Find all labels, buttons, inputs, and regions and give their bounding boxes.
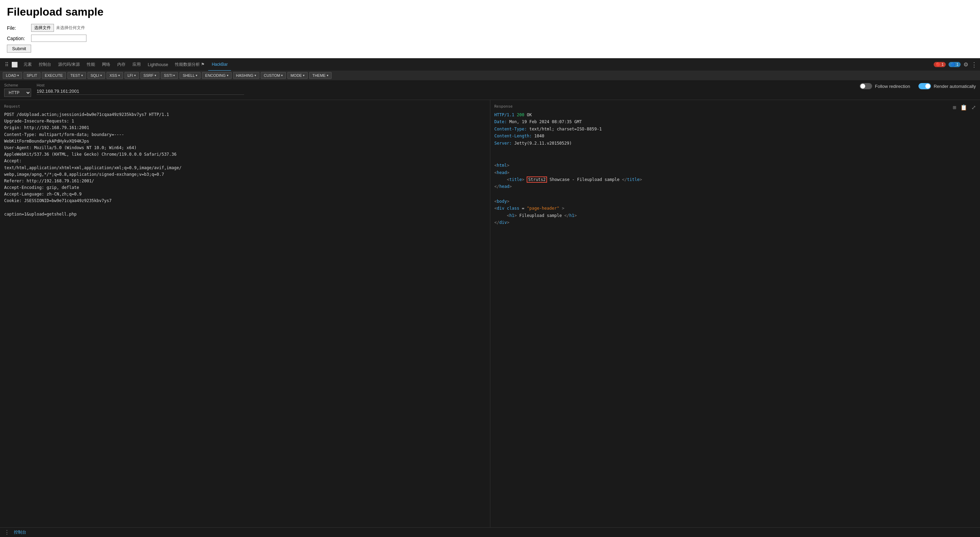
devtools-tabs: ⠿ ⬜ 元素 控制台 源代码/来源 性能 网络 内存 应用 Lighthouse… [0,58,980,70]
info-badge: 🔵 1 [948,62,961,67]
sqli-button[interactable]: SQLI ▾ [88,72,105,79]
page-content: Fileupload sample File: 选择文件 未选择任何文件 Cap… [0,0,980,58]
test-button[interactable]: TEST ▾ [67,72,86,79]
host-value: 192.168.79.161:2001 [37,89,244,95]
hashing-dropdown-arrow: ▾ [255,74,256,77]
shell-dropdown-arrow: ▾ [196,74,197,77]
copy-icon[interactable]: 📋 [960,104,967,111]
custom-button[interactable]: CUSTOM ▾ [261,72,286,79]
response-icons: ⊞ 📋 ⤢ [953,104,976,111]
scheme-select[interactable]: HTTP HTTPS [4,89,31,97]
file-placeholder: 未选择任何文件 [56,25,85,31]
inspect-icon[interactable]: ⠿ [5,62,9,68]
tab-memory[interactable]: 内存 [114,59,129,71]
resp-empty-2 [495,154,976,162]
resp-html-tag: <html> [495,162,976,169]
split-button[interactable]: SPLIT [24,72,40,79]
tab-sources[interactable]: 源代码/来源 [55,59,83,71]
theme-dropdown-arrow: ▾ [327,74,329,77]
file-row: File: 选择文件 未选择任何文件 [7,24,973,32]
shell-button[interactable]: SHELL ▾ [180,72,200,79]
mode-button[interactable]: MODE ▾ [287,72,308,79]
console-link[interactable]: 控制台 [14,529,26,535]
resp-div-close-tag: </div> [495,219,976,226]
theme-button[interactable]: THEME ▾ [309,72,332,79]
expand-icon[interactable]: ⤢ [971,104,976,111]
settings-icon[interactable]: ⚙ [963,61,968,68]
ssti-dropdown-arrow: ▾ [173,74,175,77]
hackbar-body: Scheme HTTP HTTPS Host 192.168.79.161:20… [0,80,980,527]
resp-body-tag: <body> [495,198,976,205]
render-automatically-toggle[interactable]: Render automatically [918,83,976,89]
submit-row: Submit [7,45,973,53]
resp-div-tag: <div class = "page-header" > [495,205,976,212]
resp-head-tag: <head> [495,169,976,176]
xss-dropdown-arrow: ▾ [118,74,120,77]
caption-row: Caption: [7,35,973,42]
request-label: Request [4,104,486,108]
host-group: Host 192.168.79.161:2001 [37,83,244,95]
ssti-button[interactable]: SSTI ▾ [161,72,178,79]
caption-input[interactable] [31,35,86,42]
response-content: HTTP/1.1 200 OK Date: Mon, 19 Feb 2024 0… [495,112,976,226]
tab-hackbar[interactable]: HackBar [208,59,231,71]
resp-server-line: Server: Jetty(9.2.11.v20150529) [495,140,976,147]
load-button[interactable]: LOAD ▾ [3,72,22,79]
tab-network[interactable]: 网络 [99,59,114,71]
caption-label: Caption: [7,36,31,41]
status-bar: ⋮ 控制台 [0,527,980,537]
options-row: Follow redirection Render automatically [860,83,976,89]
device-icon[interactable]: ⬜ [11,62,18,68]
tab-perf-insights[interactable]: 性能数据分析 ⚑ [172,59,208,71]
encoding-dropdown-arrow: ▾ [227,74,229,77]
ssrf-button[interactable]: SSRF ▾ [140,72,159,79]
load-dropdown-arrow: ▾ [17,74,19,77]
resp-http: HTTP/1.1 [495,112,515,117]
render-automatically-switch[interactable] [918,83,931,89]
encoding-button[interactable]: ENCODING ▾ [202,72,231,79]
test-dropdown-arrow: ▾ [81,74,83,77]
request-panel: Request POST /doUpload.action;jsessionid… [0,100,490,527]
resp-ok: OK [527,112,531,117]
resp-empty-1 [495,147,976,154]
sqli-dropdown-arrow: ▾ [100,74,102,77]
hashing-button[interactable]: HASHING ▾ [233,72,259,79]
response-panel: Response ⊞ 📋 ⤢ HTTP/1.1 200 OK Date: Mon… [490,100,980,527]
tab-performance[interactable]: 性能 [83,59,99,71]
tab-console[interactable]: 控制台 [35,59,55,71]
resp-title-line: <title> Struts2 Showcase - Fileupload sa… [495,176,976,183]
resp-highlight-struts2: Struts2 [527,177,547,183]
grid-icon[interactable]: ⊞ [953,104,956,111]
choose-file-button[interactable]: 选择文件 [31,24,54,32]
resp-date-line: Date: Mon, 19 Feb 2024 08:07:35 GMT [495,118,976,125]
resp-content-type-line: Content-Type: text/html; charset=ISO-885… [495,126,976,132]
tab-lighthouse[interactable]: Lighthouse [144,59,172,71]
hackbar-toolbar: LOAD ▾ SPLIT EXECUTE TEST ▾ SQLI ▾ XSS ▾… [0,70,980,80]
resp-h1-tag: <h1> Fileupload sample </h1> [495,212,976,219]
request-text: POST /doUpload.action;jsessionid=bw9e71c… [4,112,486,218]
more-icon[interactable]: ⋮ [971,61,977,69]
tab-application[interactable]: 应用 [129,59,144,71]
file-label: File: [7,25,31,31]
follow-redirection-label: Follow redirection [875,84,910,89]
devtools-right: 🔴 1 🔵 1 ⚙ ⋮ [934,61,977,69]
follow-redirection-toggle[interactable]: Follow redirection [860,83,910,89]
lfi-button[interactable]: LFI ▾ [124,72,139,79]
submit-button[interactable]: Submit [7,45,31,53]
render-automatically-label: Render automatically [934,84,976,89]
xss-button[interactable]: XSS ▾ [107,72,123,79]
tab-elements[interactable]: 元素 [20,59,35,71]
resp-empty-3 [495,190,976,198]
lfi-dropdown-arrow: ▾ [134,74,136,77]
follow-redirection-switch[interactable] [860,83,872,89]
execute-button[interactable]: EXECUTE [42,72,66,79]
host-label: Host [37,83,244,87]
custom-dropdown-arrow: ▾ [281,74,283,77]
follow-redirection-knob [860,84,865,89]
ssrf-dropdown-arrow: ▾ [154,74,156,77]
status-menu-icon[interactable]: ⋮ [4,529,10,535]
resp-code: 200 [517,112,525,117]
render-automatically-knob [925,84,930,89]
resp-head-close-tag: </head> [495,183,976,190]
resp-status-line: HTTP/1.1 200 OK [495,112,976,118]
